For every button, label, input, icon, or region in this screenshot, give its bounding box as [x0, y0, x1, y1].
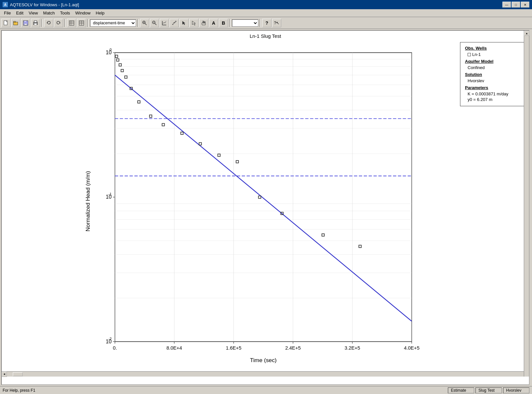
svg-text:1.6E+5: 1.6E+5	[226, 345, 241, 351]
svg-rect-3	[13, 21, 15, 22]
maximize-button[interactable]: □	[512, 2, 520, 8]
aquifer-model-value: Confined	[468, 65, 521, 70]
toolbar: displacement-time A B ? ?↖	[0, 17, 532, 29]
scroll-thumb[interactable]	[13, 372, 23, 376]
legend-box: Obs. Wells Ln-1 Aquifer Model Confined S…	[460, 42, 526, 106]
menu-help[interactable]: Help	[93, 10, 107, 16]
table-button-1[interactable]	[67, 19, 76, 27]
minimize-button[interactable]: —	[502, 2, 511, 8]
vertical-scrollbar[interactable]: ▲	[524, 31, 529, 377]
parameters-title: Parameters	[465, 85, 521, 90]
close-button[interactable]: ✕	[521, 2, 529, 8]
status-panels: Estimate Slug Test Hvorslev	[448, 387, 529, 393]
svg-rect-8	[34, 21, 37, 22]
whats-this-button[interactable]: ?↖	[272, 19, 281, 27]
solution-title: Solution	[465, 72, 521, 77]
status-bar: For Help, press F1 Estimate Slug Test Hv…	[0, 386, 532, 394]
svg-rect-5	[24, 21, 27, 22]
zoom-button[interactable]	[140, 19, 149, 27]
menu-file[interactable]: File	[1, 10, 13, 16]
save-button[interactable]	[21, 19, 30, 27]
print-button[interactable]	[31, 19, 40, 27]
status-slug-test: Slug Test	[475, 387, 502, 393]
menu-tools[interactable]: Tools	[58, 10, 73, 16]
redo-button[interactable]	[54, 19, 63, 27]
svg-rect-36	[204, 21, 204, 23]
scroll-up-button[interactable]: ▲	[524, 31, 529, 36]
zoom-out-button[interactable]	[150, 19, 159, 27]
svg-point-29	[173, 24, 173, 25]
open-button[interactable]	[11, 19, 20, 27]
svg-line-21	[145, 23, 147, 25]
secondary-dropdown[interactable]	[232, 19, 258, 27]
menu-window[interactable]: Window	[73, 10, 93, 16]
new-button[interactable]	[1, 19, 11, 27]
cursor-button[interactable]	[179, 19, 189, 27]
app-icon: A	[3, 2, 8, 7]
separator-1	[41, 19, 43, 27]
obs-well-item: Ln-1	[468, 52, 521, 57]
hand-button[interactable]	[199, 19, 208, 27]
svg-text:Normalized Head (m/m): Normalized Head (m/m)	[84, 171, 91, 232]
window-controls[interactable]: — □ ✕	[502, 2, 529, 8]
svg-point-30	[173, 22, 174, 23]
svg-point-31	[174, 22, 175, 23]
svg-text:-1: -1	[108, 192, 112, 196]
chart-container: Ln-1 Slug Test Normalized Head (m/m) 10 …	[1, 30, 529, 385]
axis-button[interactable]	[160, 19, 169, 27]
title-bar-text: AQTESOLV for Windows - [Ln-1.aqt]	[10, 2, 79, 7]
svg-text:3.2E+5: 3.2E+5	[345, 345, 360, 351]
svg-rect-6	[24, 24, 27, 25]
svg-text:4.0E+5: 4.0E+5	[404, 345, 419, 351]
separator-4	[137, 19, 139, 27]
chart-type-dropdown[interactable]: displacement-time	[90, 19, 136, 27]
menu-match[interactable]: Match	[40, 10, 57, 16]
parameter-k: K = 0.0003871 m/day	[468, 91, 521, 96]
main-content: Ln-1 Slug Test Normalized Head (m/m) 10 …	[0, 29, 532, 386]
svg-text:2.4E+5: 2.4E+5	[285, 345, 301, 351]
svg-line-25	[155, 23, 156, 25]
help-button[interactable]: ?	[262, 19, 271, 27]
status-estimate: Estimate	[448, 387, 474, 393]
aquifer-model-title: Aquifer Model	[465, 59, 521, 64]
svg-text:0.: 0.	[113, 345, 117, 351]
svg-marker-11	[59, 22, 60, 24]
svg-marker-10	[47, 22, 48, 24]
horizontal-scrollbar[interactable]: ◄	[2, 371, 524, 377]
undo-button[interactable]	[44, 19, 53, 27]
svg-text:-2: -2	[108, 337, 112, 341]
svg-rect-35	[203, 21, 203, 23]
parameter-y0: y0 = 6.207 m	[468, 97, 521, 102]
chart-title: Ln-1 Slug Test	[2, 31, 529, 39]
separator-2	[64, 19, 66, 27]
select-button[interactable]	[189, 19, 198, 27]
menu-edit[interactable]: Edit	[13, 10, 26, 16]
text-b-button[interactable]: B	[219, 19, 228, 27]
text-a-button[interactable]: A	[209, 19, 218, 27]
svg-marker-33	[182, 21, 185, 25]
obs-well-symbol	[468, 53, 471, 56]
scroll-left-button[interactable]: ◄	[2, 372, 7, 377]
svg-point-32	[175, 21, 176, 22]
svg-marker-34	[192, 21, 196, 25]
svg-text:Time (sec): Time (sec)	[250, 357, 277, 363]
table-button-2[interactable]	[77, 19, 86, 27]
svg-rect-38	[115, 53, 412, 342]
menu-view[interactable]: View	[26, 10, 40, 16]
menu-bar: File Edit View Match Tools Window Help	[0, 9, 532, 17]
separator-3	[87, 19, 89, 27]
solution-value: Hvorslev	[468, 78, 521, 83]
svg-rect-9	[34, 23, 37, 25]
help-text: For Help, press F1	[3, 388, 35, 393]
separator-6	[260, 19, 261, 27]
title-bar: A AQTESOLV for Windows - [Ln-1.aqt] — □ …	[0, 0, 532, 9]
svg-rect-12	[69, 21, 74, 25]
svg-text:0: 0	[110, 48, 112, 52]
chart-svg: Normalized Head (m/m) 10 0 10 -1 10 -2	[2, 40, 529, 366]
separator-5	[229, 19, 231, 27]
scatter-button[interactable]	[170, 19, 179, 27]
svg-text:8.0E+4: 8.0E+4	[167, 345, 182, 351]
status-hvorslev: Hvorslev	[503, 387, 529, 393]
obs-wells-title: Obs. Wells	[465, 46, 521, 51]
